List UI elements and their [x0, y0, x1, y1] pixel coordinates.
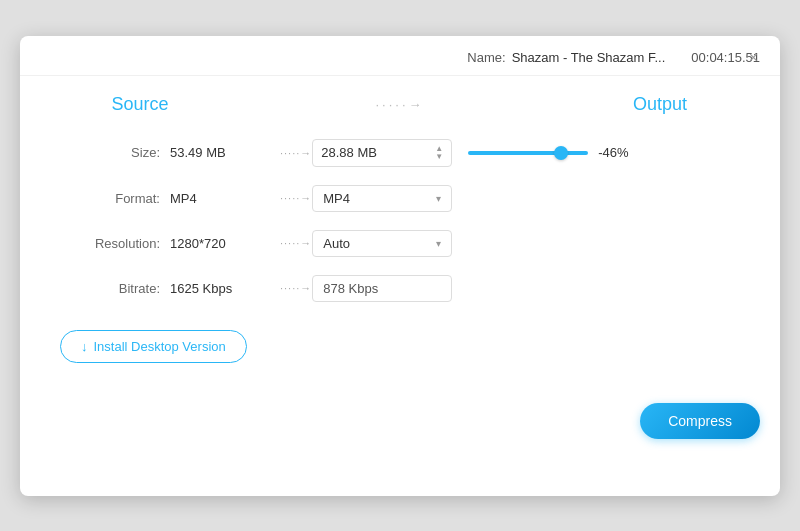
install-icon: ↓ [81, 339, 88, 354]
filename-value: Shazam - The Shazam F... [512, 50, 666, 65]
resolution-dropdown-value: Auto [323, 236, 350, 251]
size-source-value: 53.49 MB [170, 145, 280, 160]
title-bar: Name: Shazam - The Shazam F... 00:04:15.… [20, 36, 780, 76]
format-source-value: MP4 [170, 191, 280, 206]
install-desktop-button[interactable]: ↓ Install Desktop Version [60, 330, 247, 363]
bitrate-output-area: 878 Kbps [312, 275, 452, 302]
resolution-arrow: ·····→ [280, 237, 312, 249]
close-button[interactable]: × [743, 48, 764, 68]
format-row: Format: MP4 ·····→ MP4 ▾ [60, 185, 740, 212]
content-area: Size: 53.49 MB ·····→ 28.88 MB ▲ ▼ -46% [20, 129, 780, 393]
resolution-row: Resolution: 1280*720 ·····→ Auto ▾ [60, 230, 740, 257]
size-arrow: ·····→ [280, 147, 312, 159]
bitrate-label: Bitrate: [60, 281, 170, 296]
size-slider-container: -46% [468, 145, 638, 160]
format-chevron-icon: ▾ [436, 193, 441, 204]
size-dropdown-value: 28.88 MB [321, 145, 377, 160]
header-arrow: ·····→ [240, 97, 560, 112]
format-output-area: MP4 ▾ [312, 185, 452, 212]
output-label: Output [580, 94, 740, 115]
bitrate-arrow: ·····→ [280, 282, 312, 294]
resolution-dropdown[interactable]: Auto ▾ [312, 230, 452, 257]
format-arrow: ·····→ [280, 192, 312, 204]
format-dropdown-value: MP4 [323, 191, 350, 206]
title-bar-info: Name: Shazam - The Shazam F... 00:04:15.… [467, 50, 760, 65]
resolution-chevron-icon: ▾ [436, 238, 441, 249]
name-label: Name: [467, 50, 505, 65]
format-label: Format: [60, 191, 170, 206]
format-dropdown[interactable]: MP4 ▾ [312, 185, 452, 212]
size-output-area: 28.88 MB ▲ ▼ -46% [312, 139, 638, 167]
size-chevrons: ▲ ▼ [435, 145, 443, 161]
size-label: Size: [60, 145, 170, 160]
bitrate-source-value: 1625 Kbps [170, 281, 280, 296]
resolution-source-value: 1280*720 [170, 236, 280, 251]
source-label: Source [60, 94, 220, 115]
size-slider-track[interactable] [468, 151, 588, 155]
main-window: Name: Shazam - The Shazam F... 00:04:15.… [20, 36, 780, 496]
size-slider-percent: -46% [598, 145, 638, 160]
bitrate-row: Bitrate: 1625 Kbps ·····→ 878 Kbps [60, 275, 740, 302]
compress-button[interactable]: Compress [640, 403, 760, 439]
resolution-label: Resolution: [60, 236, 170, 251]
install-label: Install Desktop Version [94, 339, 226, 354]
size-dropdown[interactable]: 28.88 MB ▲ ▼ [312, 139, 452, 167]
size-slider-thumb[interactable] [554, 146, 568, 160]
footer: Compress [20, 393, 780, 459]
section-header: Source ·····→ Output [20, 76, 780, 129]
size-row: Size: 53.49 MB ·····→ 28.88 MB ▲ ▼ -46% [60, 139, 740, 167]
bitrate-output-value: 878 Kbps [312, 275, 452, 302]
resolution-output-area: Auto ▾ [312, 230, 452, 257]
